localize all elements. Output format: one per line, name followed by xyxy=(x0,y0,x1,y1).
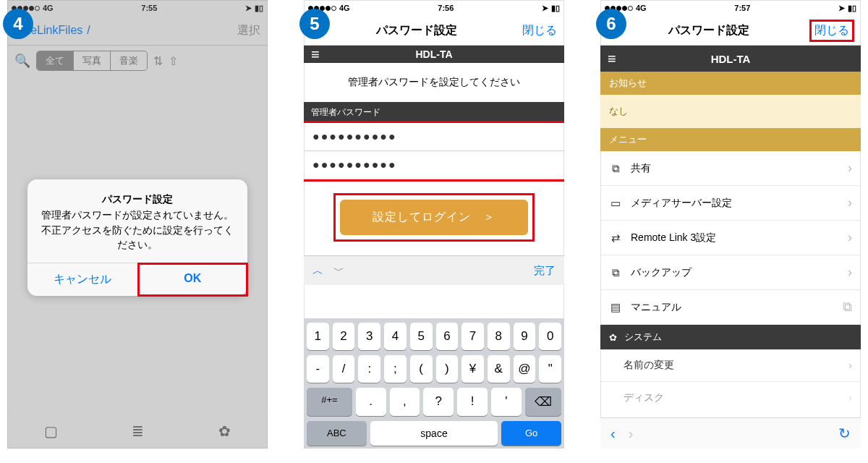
hamburger-icon[interactable]: ≡ xyxy=(608,51,616,67)
key-comma[interactable]: , xyxy=(390,388,420,416)
external-link-icon: ⧉ xyxy=(843,300,852,315)
key-abc[interactable]: ABC xyxy=(307,421,367,446)
page-title: パスワード設定 xyxy=(668,23,749,38)
menu-item-backup[interactable]: ⧉バックアップ › xyxy=(600,255,861,290)
sub-label: ディスク xyxy=(624,391,664,404)
key-row-1: 1 2 3 4 5 6 7 8 9 0 xyxy=(307,323,561,350)
nav-bar: パスワード設定 閉じる xyxy=(304,16,564,46)
system-label: システム xyxy=(624,331,662,344)
key-1[interactable]: 1 xyxy=(307,323,329,350)
bottom-tab-bar: ▢ ≣ ✿ xyxy=(7,413,268,449)
key-semi[interactable]: ; xyxy=(384,355,407,383)
browser-toolbar: ‹ › ↻ xyxy=(600,417,861,449)
menu-item-share[interactable]: ⧉共有 › xyxy=(600,151,861,186)
key-rparen[interactable]: ) xyxy=(436,355,459,383)
key-period[interactable]: . xyxy=(356,388,386,416)
submit-login-button[interactable]: 設定してログイン ＞ xyxy=(340,200,528,235)
menu-label: マニュアル xyxy=(631,301,681,314)
step-badge-5: 5 xyxy=(299,9,330,39)
page-title: パスワード設定 xyxy=(376,23,457,38)
screen-2: 4G 7:56 ➤▮▯ パスワード設定 閉じる ≡ HDL-TA 管理者パスワー… xyxy=(304,0,564,449)
hamburger-icon[interactable]: ≡ xyxy=(311,46,320,63)
key-shift-symbols[interactable]: #+= xyxy=(307,388,352,416)
key-row-2: - / : ; ( ) ¥ & @ " xyxy=(307,355,561,383)
chevron-right-icon: › xyxy=(848,161,852,176)
dialog-title: パスワード設定 xyxy=(41,192,234,207)
dialog-body: 管理者パスワードが設定されていません。不正アクセスを防ぐために設定を行ってくださ… xyxy=(41,208,234,252)
forward-icon[interactable]: › xyxy=(629,425,634,442)
menu-section-header: メニュー xyxy=(600,128,861,151)
carrier: 4G xyxy=(636,4,647,12)
step-badge-6: 6 xyxy=(596,9,626,39)
key-at[interactable]: @ xyxy=(514,355,536,383)
cancel-button[interactable]: キャンセル xyxy=(27,263,138,296)
key-qmark[interactable]: ? xyxy=(423,388,454,416)
key-space[interactable]: space xyxy=(370,421,498,446)
key-2[interactable]: 2 xyxy=(333,323,355,350)
key-dash[interactable]: - xyxy=(307,355,329,383)
chevron-right-icon: › xyxy=(848,360,852,371)
next-field-icon[interactable]: ﹀ xyxy=(333,264,344,278)
location-icon: ➤ xyxy=(838,4,845,13)
device-name: HDL-TA xyxy=(415,48,452,60)
menu-item-remote-link[interactable]: ⇄Remote Link 3設定 › xyxy=(600,221,861,255)
keyboard-done-button[interactable]: 完了 xyxy=(534,264,556,278)
chevron-right-icon: › xyxy=(848,392,852,404)
key-slash[interactable]: / xyxy=(333,355,355,383)
menu-label: 共有 xyxy=(631,162,651,175)
status-bar: 4G 7:57 ➤▮▯ xyxy=(600,0,861,16)
settings-tab-icon[interactable]: ✿ xyxy=(218,422,231,440)
key-7[interactable]: 7 xyxy=(461,323,484,350)
key-6[interactable]: 6 xyxy=(436,323,459,350)
key-row-4: ABC space Go xyxy=(307,421,561,446)
key-amp[interactable]: & xyxy=(488,355,510,383)
screen-1: 4G 7:55 ➤ ▮▯ noteLinkFiles / 選択 🔍 全て 写真 … xyxy=(7,0,268,449)
close-button[interactable]: 閉じる xyxy=(522,23,557,38)
key-lparen[interactable]: ( xyxy=(410,355,433,383)
status-bar: 4G 7:56 ➤▮▯ xyxy=(304,0,564,16)
menu-item-manual[interactable]: ▤マニュアル ⧉ xyxy=(600,290,861,325)
clock: 7:56 xyxy=(438,4,454,12)
password-field-label: 管理者パスワード xyxy=(304,102,564,123)
password-input-2[interactable]: ●●●●●●●●●● xyxy=(304,151,564,179)
location-icon: ➤ xyxy=(542,4,548,13)
step-badge-4: 4 xyxy=(3,9,33,39)
display-icon: ▭ xyxy=(609,197,622,210)
key-colon[interactable]: : xyxy=(358,355,380,383)
battery-icon: ▮▯ xyxy=(848,4,856,13)
menu-label: バックアップ xyxy=(631,266,692,279)
system-item-rename[interactable]: 名前の変更 › xyxy=(600,349,861,382)
list-tab-icon[interactable]: ≣ xyxy=(132,422,144,440)
key-9[interactable]: 9 xyxy=(514,323,536,350)
key-yen[interactable]: ¥ xyxy=(461,355,484,383)
prev-field-icon[interactable]: ︿ xyxy=(312,264,323,278)
carrier: 4G xyxy=(339,4,350,12)
key-backspace[interactable]: ⌫ xyxy=(525,388,561,416)
document-icon: ▤ xyxy=(609,301,622,314)
system-section-header: ✿ システム xyxy=(600,325,861,349)
chevron-right-icon: › xyxy=(848,195,852,211)
device-tab-icon[interactable]: ▢ xyxy=(44,422,58,440)
chevron-right-icon: › xyxy=(848,230,852,245)
reload-icon[interactable]: ↻ xyxy=(838,425,851,442)
ok-button[interactable]: OK xyxy=(138,263,248,296)
key-5[interactable]: 5 xyxy=(410,323,433,350)
password-input-1[interactable]: ●●●●●●●●●● xyxy=(304,123,564,151)
close-button[interactable]: 閉じる xyxy=(810,20,854,41)
key-row-3: #+= . , ? ! ' ⌫ xyxy=(307,388,561,416)
key-4[interactable]: 4 xyxy=(384,323,407,350)
key-apos[interactable]: ' xyxy=(491,388,522,416)
nav-bar: パスワード設定 閉じる xyxy=(600,16,861,46)
notice-section-header: お知らせ xyxy=(600,72,861,95)
menu-item-media-server[interactable]: ▭メディアサーバー設定 › xyxy=(600,186,861,221)
back-icon[interactable]: ‹ xyxy=(610,425,616,442)
key-go[interactable]: Go xyxy=(501,421,561,446)
system-item-disk[interactable]: ディスク › xyxy=(600,382,861,407)
link-icon: ⇄ xyxy=(609,232,622,245)
key-8[interactable]: 8 xyxy=(488,323,510,350)
key-quote[interactable]: " xyxy=(539,355,561,383)
key-0[interactable]: 0 xyxy=(539,323,561,350)
key-excl[interactable]: ! xyxy=(457,388,488,416)
key-3[interactable]: 3 xyxy=(358,323,380,350)
sub-label: 名前の変更 xyxy=(624,359,674,372)
